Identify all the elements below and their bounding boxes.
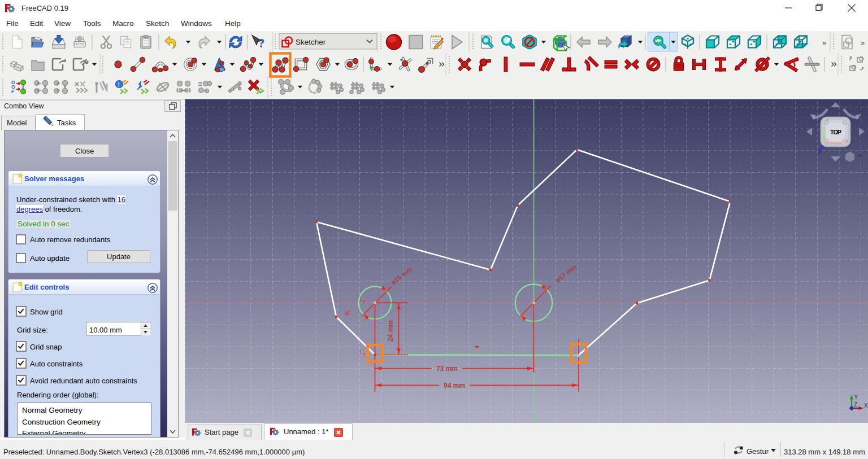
svg-text:Z: Z bbox=[818, 149, 821, 155]
svg-text:F: F bbox=[11, 89, 15, 94]
svg-text:?: ? bbox=[258, 36, 265, 50]
svg-text:!: ! bbox=[118, 82, 120, 88]
svg-text:Sketcher: Sketcher bbox=[296, 38, 326, 46]
svg-text:»: » bbox=[861, 38, 865, 47]
svg-text:1: 1 bbox=[359, 349, 362, 355]
svg-text:TOP: TOP bbox=[830, 129, 841, 135]
svg-text:7: 7 bbox=[363, 352, 366, 357]
svg-text:Y: Y bbox=[854, 394, 858, 400]
svg-text:X: X bbox=[864, 403, 868, 409]
svg-text:7: 7 bbox=[363, 299, 366, 305]
svg-text:X: X bbox=[845, 139, 848, 144]
svg-text:»: » bbox=[822, 38, 826, 47]
svg-text:Y: Y bbox=[826, 117, 829, 123]
svg-text:94 mm: 94 mm bbox=[444, 382, 465, 390]
svg-text:24 mm: 24 mm bbox=[387, 320, 394, 342]
svg-text:1: 1 bbox=[359, 296, 362, 302]
svg-text:73 mm: 73 mm bbox=[436, 365, 458, 373]
svg-text:Z: Z bbox=[854, 401, 857, 408]
